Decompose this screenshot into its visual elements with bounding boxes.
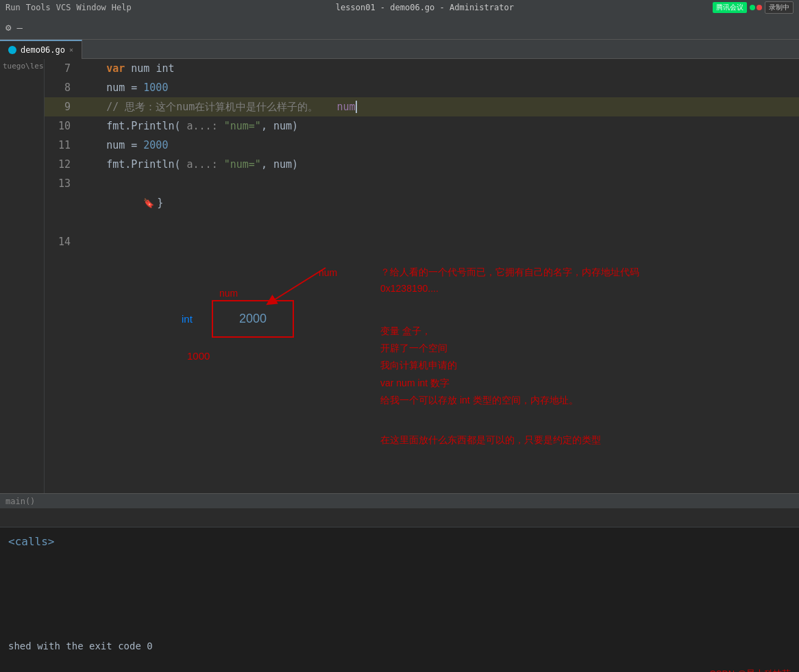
tab-demo06[interactable]: demo06.go ✕	[0, 40, 82, 59]
console-calls-text: <calls>	[8, 533, 791, 551]
variable-diagram: num int 2000 1000	[182, 285, 294, 362]
ann3-line1: 在这里面放什么东西都是可以的，只要是约定的类型	[380, 432, 601, 449]
minimize-icon[interactable]: —	[16, 22, 22, 33]
var-type-label: int	[182, 313, 204, 325]
old-value-label: 1000	[187, 350, 210, 362]
annotation-any-type: 在这里面放什么东西都是可以的，只要是约定的类型	[380, 432, 601, 449]
line-content-13: 🔖}	[79, 174, 799, 232]
code-line-10: 10 fmt.Println( a...: "num=", num)	[45, 116, 799, 136]
ann-line5: 给我一个可以存放 int 类型的空间，内存地址。	[380, 392, 578, 409]
toolbar: ⚙ —	[0, 15, 799, 40]
line-number-11: 11	[45, 136, 79, 155]
code-editor[interactable]: 7 var num int 8 num = 1000 9 // 思考：这个num…	[45, 59, 799, 493]
line-content-8: num = 1000	[79, 78, 799, 97]
console-blank1	[8, 556, 791, 570]
status-dot2	[757, 5, 762, 10]
csdn-watermark: CSDN @景大科技苑	[709, 668, 791, 672]
console-content: <calls> shed with the exit code 0	[0, 527, 799, 672]
console-area: <calls> shed with the exit code 0 CSDN @…	[0, 508, 799, 672]
sidebar-path: tuego\less	[3, 62, 45, 71]
line-content-14	[79, 232, 799, 251]
line-number-14: 14	[45, 232, 79, 251]
title-menu-vcs[interactable]: VCS	[56, 3, 71, 12]
annotation-line1: ？给人看的一个代号而已，它拥有自己的名字，内存地址代码	[380, 264, 639, 281]
status-main: main()	[5, 497, 35, 506]
annotation-pointer-text: ？给人看的一个代号而已，它拥有自己的名字，内存地址代码 0x1238190...…	[380, 264, 639, 297]
tab-close-button[interactable]: ✕	[69, 46, 73, 53]
code-line-13: 13 🔖}	[45, 174, 799, 232]
code-line-11: 11 num = 2000	[45, 136, 799, 155]
line-number-12: 12	[45, 155, 79, 174]
recording-badge: 录制中	[765, 1, 794, 14]
title-menu-help[interactable]: Help	[112, 3, 132, 12]
window-title: lesson01 - demo06.go - Administrator	[336, 3, 514, 12]
tencent-meeting-badge: 腾讯会议	[713, 2, 747, 13]
code-line-14: 14	[45, 232, 799, 251]
tab-bar: demo06.go ✕	[0, 40, 799, 59]
annotation-var-box: 变量 盒子， 开辟了一个空间 我向计算机申请的 var num int 数字 给…	[380, 323, 578, 409]
line-number-7: 7	[45, 59, 79, 78]
code-line-7: 7 var num int	[45, 59, 799, 78]
svg-line-0	[271, 268, 325, 302]
status-bar: main()	[0, 493, 799, 508]
var-name-label: num	[219, 288, 238, 299]
line-number-9: 9	[45, 97, 79, 116]
code-line-8: 8 num = 1000	[45, 78, 799, 97]
title-menu-window[interactable]: Window	[77, 3, 106, 12]
arrow-diagram: num	[264, 261, 387, 316]
tab-label: demo06.go	[21, 45, 65, 55]
title-menu-run[interactable]: Run	[5, 3, 21, 12]
line-content-12: fmt.Println( a...: "num=", num)	[79, 155, 799, 174]
ann-line4: var num int 数字	[380, 375, 578, 392]
code-line-9: 9 // 思考：这个num在计算机中是什么样子的。 num	[45, 97, 799, 116]
settings-icon[interactable]: ⚙	[5, 22, 11, 33]
editor-area: tuego\less 7 var num int 8 num = 1000 9 …	[0, 59, 799, 493]
svg-text:num: num	[319, 267, 337, 278]
title-bar: Run Tools VCS Window Help lesson01 - dem…	[0, 0, 799, 15]
console-blank3	[8, 584, 791, 597]
status-dot	[750, 5, 755, 10]
console-toolbar	[0, 508, 799, 527]
line-number-13: 13	[45, 174, 79, 193]
line-content-11: num = 2000	[79, 136, 799, 155]
ann-line3: 我向计算机申请的	[380, 357, 578, 374]
line-content-10: fmt.Println( a...: "num=", num)	[79, 116, 799, 136]
ann-line2: 开辟了一个空间	[380, 340, 578, 357]
line-number-10: 10	[45, 116, 79, 136]
line-content-7: var num int	[79, 59, 799, 78]
ann-line1: 变量 盒子，	[380, 323, 578, 340]
console-exit-text: shed with the exit code 0	[8, 638, 791, 654]
console-blank2	[8, 570, 791, 584]
line-number-8: 8	[45, 78, 79, 97]
annotation-line2: 0x1238190....	[380, 281, 639, 297]
ide-container: ⚙ — demo06.go ✕ tuego\less 7 var num int…	[0, 15, 799, 508]
title-menu-tools[interactable]: Tools	[26, 3, 51, 12]
line-content-9: // 思考：这个num在计算机中是什么样子的。 num	[79, 97, 799, 116]
file-tree-sidebar: tuego\less	[0, 59, 45, 493]
var-box-row: int 2000	[182, 300, 294, 338]
go-file-icon	[8, 46, 16, 54]
var-box: 2000	[212, 300, 294, 338]
var-value: 2000	[239, 312, 267, 326]
code-line-12: 12 fmt.Println( a...: "num=", num)	[45, 155, 799, 174]
